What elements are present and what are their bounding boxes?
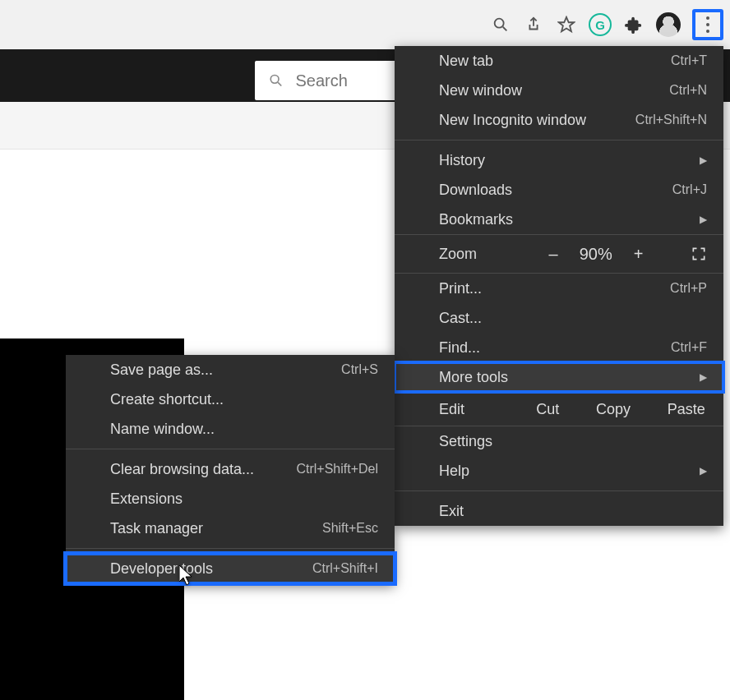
menu-label: Find... bbox=[439, 339, 480, 357]
menu-shortcut: Ctrl+S bbox=[341, 362, 378, 377]
menu-settings[interactable]: Settings bbox=[395, 426, 723, 456]
share-icon[interactable] bbox=[523, 14, 544, 35]
menu-edit-row: Edit Cut Copy Paste bbox=[395, 392, 723, 426]
submenu-clear-browsing[interactable]: Clear browsing data... Ctrl+Shift+Del bbox=[66, 454, 395, 484]
menu-label: Save page as... bbox=[110, 362, 213, 379]
zoom-value: 90% bbox=[580, 245, 612, 264]
svg-line-4 bbox=[278, 82, 281, 85]
menu-label: New Incognito window bbox=[439, 112, 586, 129]
menu-label: Name window... bbox=[110, 421, 215, 438]
menu-label: Print... bbox=[439, 280, 482, 297]
menu-bookmarks[interactable]: Bookmarks ▶ bbox=[395, 205, 723, 234]
menu-shortcut: Ctrl+Shift+N bbox=[635, 113, 707, 127]
menu-separator bbox=[395, 140, 723, 140]
zoom-in-button[interactable]: + bbox=[634, 245, 644, 264]
fullscreen-icon bbox=[691, 246, 707, 262]
menu-shortcut: Ctrl+Shift+Del bbox=[296, 462, 378, 477]
more-menu-button[interactable] bbox=[692, 9, 723, 40]
search-icon bbox=[268, 71, 284, 90]
menu-label: Settings bbox=[439, 433, 492, 450]
menu-label: Extensions bbox=[110, 490, 182, 508]
extensions-puzzle-icon[interactable] bbox=[623, 14, 645, 35]
menu-shortcut: Ctrl+F bbox=[671, 340, 707, 355]
submenu-task-manager[interactable]: Task manager Shift+Esc bbox=[66, 513, 395, 543]
menu-label: History bbox=[439, 152, 485, 169]
zoom-label: Zoom bbox=[395, 246, 518, 263]
chevron-right-icon: ▶ bbox=[700, 465, 707, 477]
zoom-icon[interactable] bbox=[490, 14, 511, 35]
menu-shortcut: Ctrl+N bbox=[669, 83, 707, 98]
cut-button[interactable]: Cut bbox=[536, 401, 559, 418]
fullscreen-button[interactable] bbox=[674, 246, 723, 262]
browser-toolbar: G bbox=[0, 0, 730, 49]
svg-marker-2 bbox=[559, 17, 574, 31]
menu-label: Clear browsing data... bbox=[110, 461, 254, 478]
profile-avatar[interactable] bbox=[656, 12, 681, 37]
menu-shortcut: Ctrl+J bbox=[672, 182, 707, 197]
submenu-save-page[interactable]: Save page as... Ctrl+S bbox=[66, 355, 395, 385]
svg-point-0 bbox=[495, 19, 504, 28]
svg-line-1 bbox=[503, 27, 507, 31]
menu-label: New window bbox=[439, 82, 522, 99]
menu-label: Help bbox=[439, 463, 469, 480]
zoom-out-button[interactable]: – bbox=[549, 245, 558, 264]
submenu-name-window[interactable]: Name window... bbox=[66, 414, 395, 444]
submenu-create-shortcut[interactable]: Create shortcut... bbox=[66, 385, 395, 414]
star-icon[interactable] bbox=[556, 14, 577, 35]
extension-grammarly-icon[interactable]: G bbox=[589, 13, 612, 36]
menu-label: Bookmarks bbox=[439, 211, 513, 228]
menu-cast[interactable]: Cast... bbox=[395, 303, 723, 333]
submenu-extensions[interactable]: Extensions bbox=[66, 484, 395, 513]
chevron-right-icon: ▶ bbox=[700, 154, 707, 166]
menu-history[interactable]: History ▶ bbox=[395, 145, 723, 175]
menu-label: New tab bbox=[439, 53, 493, 70]
edit-label: Edit bbox=[395, 401, 518, 418]
chevron-right-icon: ▶ bbox=[700, 214, 707, 225]
menu-separator bbox=[395, 490, 723, 491]
menu-separator bbox=[66, 449, 395, 449]
menu-help[interactable]: Help ▶ bbox=[395, 456, 723, 486]
menu-label: Task manager bbox=[110, 520, 203, 537]
paste-button[interactable]: Paste bbox=[668, 401, 705, 418]
menu-zoom-row: Zoom – 90% + bbox=[395, 234, 723, 274]
menu-shortcut: Shift+Esc bbox=[322, 521, 378, 536]
menu-label: More tools bbox=[439, 369, 508, 386]
menu-downloads[interactable]: Downloads Ctrl+J bbox=[395, 175, 723, 205]
menu-label: Create shortcut... bbox=[110, 391, 224, 408]
menu-label: Developer tools bbox=[110, 560, 213, 578]
menu-more-tools[interactable]: More tools ▶ bbox=[395, 362, 723, 392]
menu-label: Cast... bbox=[439, 310, 482, 327]
chrome-main-menu: New tab Ctrl+T New window Ctrl+N New Inc… bbox=[395, 46, 723, 526]
menu-exit[interactable]: Exit bbox=[395, 496, 723, 526]
kebab-icon bbox=[706, 16, 709, 33]
more-tools-submenu: Save page as... Ctrl+S Create shortcut..… bbox=[66, 355, 395, 583]
copy-button[interactable]: Copy bbox=[596, 401, 631, 418]
menu-label: Exit bbox=[439, 503, 464, 520]
chevron-right-icon: ▶ bbox=[700, 371, 707, 383]
menu-shortcut: Ctrl+P bbox=[670, 281, 707, 296]
menu-label: Downloads bbox=[439, 182, 512, 199]
submenu-developer-tools[interactable]: Developer tools Ctrl+Shift+I bbox=[66, 554, 395, 583]
menu-new-incognito[interactable]: New Incognito window Ctrl+Shift+N bbox=[395, 105, 723, 135]
menu-new-window[interactable]: New window Ctrl+N bbox=[395, 76, 723, 105]
menu-shortcut: Ctrl+T bbox=[671, 53, 707, 68]
menu-new-tab[interactable]: New tab Ctrl+T bbox=[395, 46, 723, 76]
menu-print[interactable]: Print... Ctrl+P bbox=[395, 274, 723, 303]
menu-separator bbox=[66, 548, 395, 549]
menu-shortcut: Ctrl+Shift+I bbox=[312, 561, 378, 576]
menu-find[interactable]: Find... Ctrl+F bbox=[395, 333, 723, 362]
svg-point-3 bbox=[270, 75, 279, 83]
